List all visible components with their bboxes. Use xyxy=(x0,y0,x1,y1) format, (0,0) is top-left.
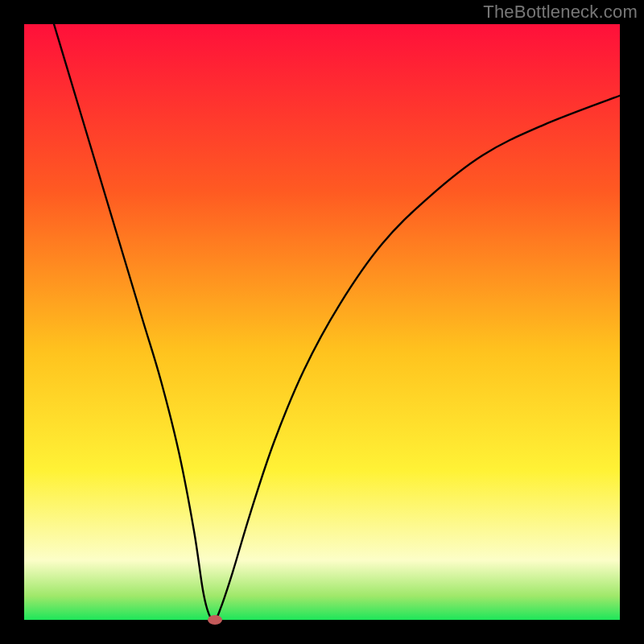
chart-svg xyxy=(24,24,620,620)
plot-area xyxy=(24,24,620,620)
watermark-text: TheBottleneck.com xyxy=(483,2,638,23)
optimal-point-marker xyxy=(208,615,222,625)
frame: TheBottleneck.com xyxy=(0,0,644,644)
gradient-background xyxy=(24,24,620,620)
